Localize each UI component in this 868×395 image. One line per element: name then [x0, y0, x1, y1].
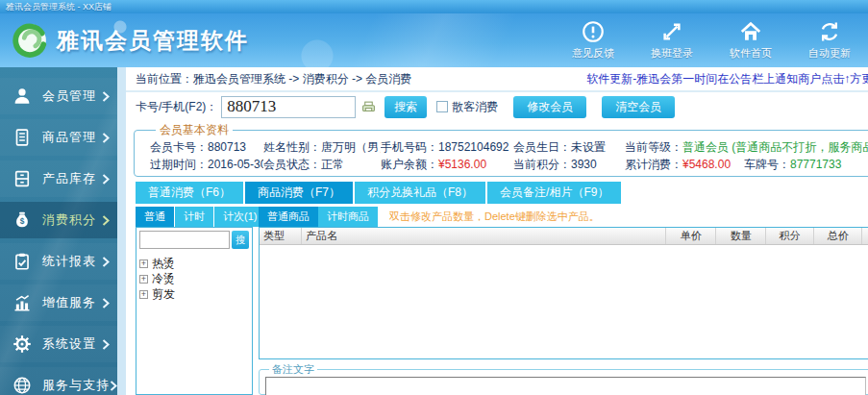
points-icon: $	[10, 210, 35, 231]
column-header-type: 类型	[260, 228, 302, 244]
sidebar-item-label: 系统设置	[42, 335, 102, 353]
category-panel: 普通 计时 计次(1) 搜 + 热烫	[136, 207, 253, 395]
card-reader-icon	[361, 100, 376, 114]
category-search-row: 搜	[139, 231, 249, 249]
breadcrumb-bar: 当前位置：雅迅会员管理系统 -> 消费积分 -> 会员消费 软件更新-雅迅会第一…	[126, 67, 868, 92]
member-expiry: 2016-05-30	[208, 156, 263, 173]
header-actions: 意见反馈 换班登录 软	[562, 19, 860, 61]
auto-update-label: 自动更新	[808, 46, 851, 61]
sidebar-item-label: 商品管理	[42, 129, 102, 146]
shift-login-label: 换班登录	[651, 46, 693, 61]
chevron-right-icon	[110, 381, 117, 391]
member-info-row: 过期时间：2016-05-30 会员状态：正常 账户余额：¥5136.00 当前…	[150, 156, 868, 173]
field-label: 车牌号：	[744, 156, 790, 173]
tab-goods-consume[interactable]: 商品消费（F7）	[245, 182, 353, 204]
sidebar-item-member-management[interactable]: 会员管理	[0, 78, 117, 114]
consume-tabs: 普通消费（F6） 商品消费（F7） 积分兑换礼品（F8） 会员备注/相片（F9）	[126, 177, 868, 204]
inventory-icon	[10, 168, 35, 189]
sidebar-item-consumption-points[interactable]: $ 消费积分	[0, 202, 117, 238]
product-table: 类型 产品名 单价 数量 积分 总价 折扣价	[259, 227, 868, 359]
chevron-right-icon	[102, 215, 110, 226]
product-table-body[interactable]	[260, 245, 868, 358]
field-label: 账户余额：	[381, 156, 438, 173]
category-tree: + 热烫 + 冷烫 + 剪发	[139, 256, 249, 302]
product-table-header: 类型 产品名 单价 数量 积分 总价 折扣价	[260, 228, 868, 245]
tab-category-normal[interactable]: 普通	[136, 207, 174, 227]
clear-member-button[interactable]: 清空会员	[602, 96, 675, 118]
feedback-button[interactable]: 意见反馈	[562, 19, 624, 61]
tree-node-label: 热烫	[152, 256, 175, 271]
home-button[interactable]: 软件首页	[720, 19, 781, 61]
product-hint-text: 双击修改产品数量，Delete键删除选中产品。	[389, 210, 600, 224]
feedback-icon	[581, 19, 606, 44]
walkin-checkbox-label: 散客消费	[452, 99, 498, 115]
tab-points-gift-exchange[interactable]: 积分兑换礼品（F8）	[355, 182, 485, 204]
breadcrumb: 当前位置：雅迅会员管理系统 -> 消费积分 -> 会员消费	[136, 71, 411, 87]
sidebar: 会员管理 商品管理	[0, 67, 117, 395]
search-button[interactable]: 搜索	[384, 96, 427, 118]
column-header-discount-price: 折扣价	[862, 228, 868, 244]
product-panel: 普通商品 计时商品 双击修改产品数量，Delete键删除选中产品。 类型 产品名…	[259, 207, 868, 395]
chevron-right-icon	[102, 91, 110, 102]
tab-normal-consume[interactable]: 普通消费（F6）	[136, 182, 243, 204]
column-header-product-name: 产品名	[302, 228, 666, 244]
member-phone: 18752104692	[438, 138, 508, 156]
tab-category-timed[interactable]: 计时	[175, 207, 213, 227]
field-label: 手机号码：	[381, 138, 438, 156]
sidebar-item-label: 产品库存	[42, 170, 102, 187]
sidebar-item-value-added-service[interactable]: 增值服务	[0, 284, 117, 321]
chevron-right-icon	[102, 298, 110, 309]
member-level: 普通会员 (普通商品不打折，服务商品不打折)	[682, 138, 868, 156]
tab-timed-product[interactable]: 计时商品	[318, 207, 378, 227]
window-title: 雅讯会员管理系统 - XX店铺	[6, 2, 112, 12]
sidebar-item-statistics-report[interactable]: 统计报表	[0, 243, 117, 280]
auto-update-button[interactable]: 自动更新	[799, 19, 860, 61]
tree-node[interactable]: + 剪发	[139, 286, 249, 302]
auto-update-icon	[817, 19, 842, 44]
remark-legend: 备注文字	[269, 362, 317, 377]
chevron-right-icon	[102, 174, 110, 185]
sidebar-item-product-inventory[interactable]: 产品库存	[0, 160, 117, 197]
sidebar-item-label: 会员管理	[42, 87, 102, 105]
member-name-gender: 唐万明（男）	[321, 138, 381, 156]
shift-login-icon	[659, 19, 684, 44]
member-info-row: 会员卡号：880713 姓名性别：唐万明（男） 手机号码：18752104692…	[150, 138, 868, 156]
column-header-unit-price: 单价	[666, 228, 716, 244]
modify-member-button[interactable]: 修改会员	[513, 96, 586, 118]
logo-text: 雅讯会员管理软件	[57, 26, 249, 56]
support-icon	[10, 375, 35, 395]
tree-node-label: 剪发	[152, 286, 175, 302]
shift-login-button[interactable]: 换班登录	[641, 19, 703, 61]
feedback-label: 意见反馈	[572, 46, 614, 61]
sidebar-item-label: 增值服务	[42, 294, 102, 311]
title-bar[interactable]: 雅讯会员管理系统 - XX店铺	[0, 0, 868, 13]
column-header-quantity: 数量	[716, 228, 766, 244]
app-header: 雅讯会员管理软件 意见反馈	[0, 13, 868, 67]
remark-textarea[interactable]	[265, 377, 866, 395]
card-number-input[interactable]	[221, 96, 356, 118]
member-info-panel: 会员基本资料 会员卡号：880713 姓名性别：唐万明（男） 手机号码：1875…	[134, 122, 868, 177]
category-search-input[interactable]	[139, 231, 230, 249]
logo-icon	[12, 22, 48, 59]
tab-member-note-photo[interactable]: 会员备注/相片（F9）	[487, 182, 621, 204]
expand-icon[interactable]: +	[139, 259, 148, 268]
app-logo: 雅讯会员管理软件	[12, 22, 249, 59]
tree-node[interactable]: + 热烫	[139, 256, 249, 271]
field-label: 累计消费：	[625, 156, 682, 173]
expand-icon[interactable]: +	[139, 275, 148, 284]
tab-normal-product[interactable]: 普通商品	[259, 207, 318, 227]
field-label: 会员卡号：	[150, 138, 208, 156]
field-label: 会员生日：	[513, 138, 571, 156]
category-search-button[interactable]: 搜	[232, 231, 249, 249]
field-label: 会员状态：	[263, 156, 321, 173]
sidebar-item-service-support[interactable]: 服务与支持	[0, 367, 117, 395]
tree-node[interactable]: + 冷烫	[139, 271, 249, 286]
goods-consume-panel: 普通 计时 计次(1) 搜 + 热烫	[126, 204, 868, 395]
sidebar-item-system-settings[interactable]: 系统设置	[0, 326, 117, 362]
category-tree-box: 搜 + 热烫 + 冷烫 +	[136, 227, 253, 395]
member-info-legend: 会员基本资料	[156, 122, 233, 138]
sidebar-item-goods-management[interactable]: 商品管理	[0, 119, 117, 156]
card-number-label: 卡号/手机(F2)：	[136, 99, 217, 115]
walkin-checkbox[interactable]	[436, 101, 448, 112]
expand-icon[interactable]: +	[139, 290, 148, 299]
